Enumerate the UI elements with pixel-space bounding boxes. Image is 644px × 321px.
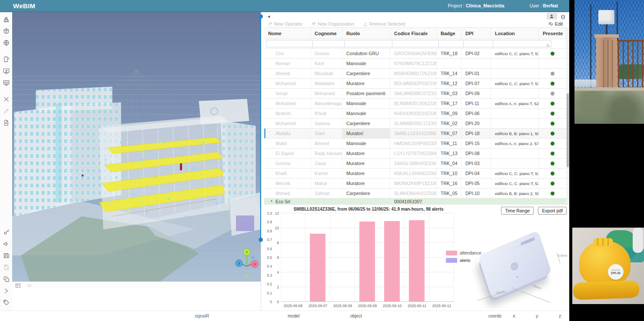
background-object-white (633, 228, 643, 253)
viewer-scene[interactable]: Y X Z (12, 12, 261, 281)
table-row[interactable]: IbrahimKhedrManovaleKHDHDK82D24Z336ZTRK_… (264, 109, 566, 119)
cell-cognome: Rady Hassan (311, 149, 342, 158)
tracker-device-figure: 6.5mm 85mm 55mm (458, 226, 568, 308)
column-header-dpi[interactable]: DPI (461, 28, 491, 39)
viewer-3d[interactable]: Y X Z (12, 12, 261, 281)
cell-codice-fiscale: MKRMZK69P15Z336Q (390, 179, 437, 188)
filter-input-location[interactable] (493, 42, 546, 46)
document-icon[interactable] (3, 119, 10, 126)
table-scrollbar-thumb[interactable] (567, 93, 569, 167)
screen-edit-icon[interactable] (3, 67, 10, 74)
edit-button[interactable]: Edit (548, 21, 563, 26)
attendance-bar[interactable] (359, 222, 375, 301)
table-row[interactable]: MerzekMakarMuratoreMKRMZK69P15Z336QTRK_1… (264, 179, 566, 189)
worker-marker[interactable] (180, 163, 182, 171)
cell-badge: TRK_18 (437, 49, 461, 58)
new-operator-button[interactable]: New Operator (268, 21, 302, 26)
globe-icon[interactable] (3, 39, 10, 46)
table-row[interactable]: MohamedAbdelalimMuratoreBDLMMD92P03Z336T… (264, 79, 566, 89)
remove-selected-button[interactable]: Remove Selected (363, 21, 405, 26)
cell-nome: Mohamed (264, 119, 311, 128)
presence-dot-green (551, 52, 554, 56)
city-icon[interactable] (3, 16, 10, 23)
presence-dot-green (551, 102, 554, 106)
left-axis-tick: 0.2 (267, 282, 272, 286)
organization-name: Eco Srl (276, 199, 290, 204)
table-row[interactable]: CiroGrossoConduttori GRUGRSCRI60A25F839L… (264, 49, 566, 59)
chevron-right-icon[interactable] (3, 287, 10, 294)
project-info: Project : Clinica_Macciotta (448, 3, 504, 8)
table-row[interactable]: AhmedSalmanCarpentiereSLMHDB64H22Z336TTR… (264, 189, 566, 199)
pencil-icon[interactable] (3, 107, 10, 114)
filter-cell-location (491, 39, 539, 48)
copy-icon[interactable] (3, 275, 10, 282)
code-icon[interactable] (27, 282, 32, 288)
column-header-location[interactable]: Location (491, 28, 539, 39)
filter-cell-cognome (311, 39, 342, 48)
organization-group-row[interactable]: ▲ Eco Srl 00041051007 (264, 199, 566, 204)
chart-panel: SMIBLL02S14Z336E, from 06/06/25 to 12/06… (264, 204, 569, 309)
slider-handle-bottom[interactable] (259, 238, 263, 242)
filter-input-ruolo[interactable] (345, 42, 397, 46)
save-icon[interactable] (3, 252, 10, 259)
left-axis-tick: 0.7 (267, 238, 272, 242)
table-row[interactable]: RomanKirotManovaleKYKRMN79C12Z138C (264, 59, 566, 69)
column-header-codice-fiscale[interactable]: Codice Fiscale (390, 28, 437, 39)
edit-lines-icon (548, 21, 554, 26)
table-row[interactable]: AbdallaSiamMuratoriSMIBLL02S14Z336ETRK_0… (264, 129, 566, 139)
audio-icon[interactable] (3, 240, 10, 247)
column-header-presente[interactable]: Presente (539, 28, 566, 39)
cell-location (491, 89, 539, 98)
collapse-group-icon[interactable]: ▲ (270, 199, 273, 202)
collapse-panel-arrow[interactable]: ◄ (267, 14, 271, 19)
attendance-bar[interactable] (384, 221, 400, 301)
tools-icon[interactable] (3, 96, 10, 103)
cell-cognome: Zaaia (311, 159, 342, 168)
key-icon[interactable] (3, 228, 10, 235)
table-filter-row (264, 39, 566, 49)
table-row[interactable]: MohamedSalamaCarpentiereSLMMMD03C17Z336V… (264, 119, 566, 129)
table-row[interactable]: El SayedRady HassanMuratoreLSYLYD76T09Z3… (264, 149, 566, 159)
screen-content-icon[interactable] (3, 79, 10, 86)
presence-dot-gray (551, 72, 554, 76)
clipboard-off-icon[interactable] (3, 264, 10, 271)
attendance-bar[interactable] (310, 234, 325, 301)
viewer-under-space (12, 288, 261, 311)
table-row[interactable]: MohamedAbouelenagaManovaleBLNMMD01S05Z33… (264, 99, 566, 109)
model-3d-icon[interactable] (3, 27, 10, 34)
operators-view-button[interactable] (547, 13, 557, 20)
section-plane-slider[interactable] (259, 14, 263, 242)
list-icon[interactable] (15, 282, 21, 288)
cell-badge: TRK_14 (437, 69, 461, 78)
table-row[interactable]: IsmailMohamedPosatore pavimentiSMLMMD88C… (264, 89, 566, 99)
column-header-nome[interactable]: Nome (264, 28, 311, 39)
attendance-bar[interactable] (409, 220, 425, 301)
slider-handle-top[interactable] (259, 14, 263, 19)
column-header-ruolo[interactable]: Ruolo (342, 28, 390, 39)
person-icon (549, 14, 554, 19)
chart-buttons: Time RangeExport pdf (501, 207, 567, 215)
building-middle (99, 116, 229, 229)
column-header-cognome[interactable]: Cognome (311, 28, 342, 39)
export-pdf-button[interactable]: Export pdf (538, 207, 567, 215)
dimension-length-label: 85mm (532, 284, 541, 290)
left-axis-tick: 0.5 (267, 255, 272, 260)
table-row[interactable]: WalidAhmedManovaleHMDWLD04P09Z336OTRK_11… (264, 139, 566, 149)
cell-badge: TRK_12 (437, 79, 461, 88)
panel-actions-toolbar: New OperatorNew OrganizationRemove Selec… (264, 20, 566, 27)
tag-icon[interactable] (3, 299, 10, 306)
time-range-button[interactable]: Time Range (501, 207, 534, 215)
door-help-icon[interactable] (3, 56, 10, 63)
table-row[interactable]: GoomaZaaiaMuratoreZAAGLS88H20Z336TTRK_04… (264, 159, 566, 169)
table-row[interactable]: AhmedMousbahCarpentiereMSBHDM81T26Z336HT… (264, 69, 566, 79)
json-view-button[interactable]: { } (561, 14, 564, 19)
table-row[interactable]: KhalilKamelMuratoreKMLKLL00A06Z336GTRK_1… (264, 169, 566, 179)
cell-nome: Roman (264, 59, 311, 68)
cell-nome: Ciro (264, 49, 311, 58)
app-logo: WeBIM (13, 2, 35, 10)
filter-cell-codice-fiscale (390, 39, 437, 48)
user-info: User : BerNat (530, 3, 558, 8)
column-header-badge[interactable]: Badge (437, 28, 461, 39)
new-organization-button[interactable]: New Organization (311, 21, 354, 26)
site-camera-photo (574, 0, 644, 124)
